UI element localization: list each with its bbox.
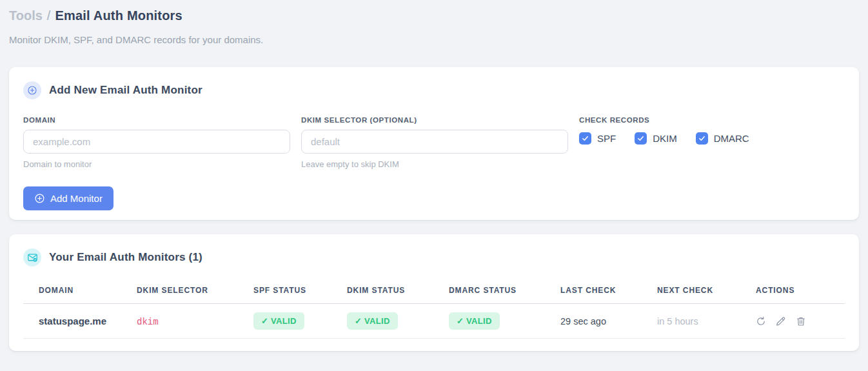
table-header-row: DOMAIN DKIM SELECTOR SPF STATUS DKIM STA… [23,281,845,304]
add-monitor-card-header: Add New Email Auth Monitor [23,81,845,99]
plus-circle-icon [34,193,45,204]
breadcrumb: Tools/Email Auth Monitors [9,0,859,24]
page-title: Email Auth Monitors [55,8,182,23]
monitor-last-check: 29 sec ago [560,316,606,326]
header-actions: ACTIONS [756,281,845,304]
domain-field-group: DOMAIN Domain to monitor [23,116,290,169]
monitor-domain: statuspage.me [39,316,106,326]
domain-label: DOMAIN [23,116,290,124]
dkim-status-badge: ✓ VALID [347,312,398,330]
table-row: statuspage.me dkim ✓ VALID ✓ VALID ✓ VAL… [23,304,845,339]
add-monitor-card: Add New Email Auth Monitor DOMAIN Domain… [9,67,859,220]
checkbox-checked-icon [579,132,591,145]
monitors-card-header: Your Email Auth Monitors (1) [23,248,845,266]
monitors-list-card: Your Email Auth Monitors (1) DOMAIN DKIM… [9,234,859,351]
page-subtitle: Monitor DKIM, SPF, and DMARC records for… [9,34,859,45]
dkim-selector-input[interactable] [301,130,568,154]
edit-icon[interactable] [776,316,786,326]
domain-hint: Domain to monitor [23,159,290,169]
add-monitor-form: DOMAIN Domain to monitor DKIM SELECTOR (… [23,116,845,169]
refresh-icon[interactable] [756,316,766,326]
dkim-checkbox[interactable]: DKIM [635,132,677,145]
delete-icon[interactable] [796,316,806,326]
envelope-check-icon [23,248,41,266]
header-domain: DOMAIN [23,281,137,304]
spf-status-badge: ✓ VALID [253,312,304,330]
add-monitor-button[interactable]: Add Monitor [23,186,113,210]
monitors-list-title: Your Email Auth Monitors (1) [49,251,202,264]
header-last-check: LAST CHECK [560,281,657,304]
header-spf-status: SPF STATUS [253,281,347,304]
checkbox-checked-icon [635,132,647,145]
monitor-dkim-selector: dkim [137,317,159,327]
check-records-group: CHECK RECORDS SPF DKIM [579,116,768,169]
add-monitor-title: Add New Email Auth Monitor [49,84,202,97]
header-dkim-status: DKIM STATUS [347,281,449,304]
check-records-options: SPF DKIM DMARC [579,132,768,145]
add-monitor-button-label: Add Monitor [50,193,103,204]
check-records-label: CHECK RECORDS [579,116,768,124]
dkim-checkbox-label: DKIM [653,133,677,144]
header-dkim-selector: DKIM SELECTOR [137,281,253,304]
dmarc-checkbox[interactable]: DMARC [696,132,749,145]
dkim-selector-field-group: DKIM SELECTOR (OPTIONAL) Leave empty to … [301,116,568,169]
dmarc-status-badge: ✓ VALID [449,312,500,330]
plus-circle-icon [23,81,41,99]
header-dmarc-status: DMARC STATUS [449,281,560,304]
row-actions [756,316,840,326]
spf-checkbox[interactable]: SPF [579,132,616,145]
monitors-table: DOMAIN DKIM SELECTOR SPF STATUS DKIM STA… [23,281,845,339]
header-next-check: NEXT CHECK [657,281,756,304]
spf-checkbox-label: SPF [597,133,616,144]
domain-input[interactable] [23,130,290,154]
dkim-selector-hint: Leave empty to skip DKIM [301,159,568,169]
breadcrumb-separator: / [47,8,51,23]
checkbox-checked-icon [696,132,708,145]
dkim-selector-label: DKIM SELECTOR (OPTIONAL) [301,116,568,124]
dmarc-checkbox-label: DMARC [714,133,749,144]
monitor-next-check: in 5 hours [657,316,698,326]
breadcrumb-tools-link[interactable]: Tools [9,8,43,23]
email-auth-monitors-page: Tools/Email Auth Monitors Monitor DKIM, … [0,0,868,351]
